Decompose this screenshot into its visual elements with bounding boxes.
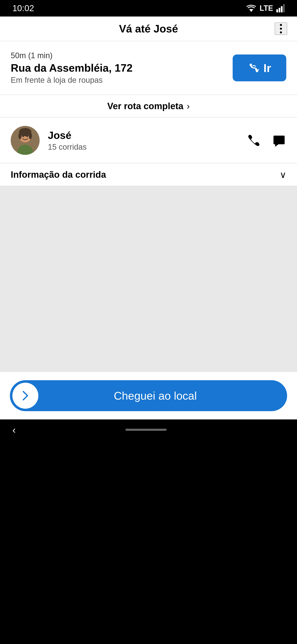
- arrived-button[interactable]: Cheguei ao local: [10, 380, 287, 411]
- driver-info: José 15 corridas: [48, 130, 247, 152]
- svg-point-10: [18, 132, 22, 139]
- go-button[interactable]: Ir: [233, 54, 286, 81]
- chevron-down-icon: ∨: [280, 170, 286, 180]
- bottom-section: Cheguei ao local: [0, 372, 297, 420]
- status-bar: 10:02 LTE: [0, 0, 297, 16]
- call-button[interactable]: [247, 133, 261, 148]
- map-area: [0, 186, 297, 372]
- status-icons: LTE: [246, 4, 285, 12]
- message-button[interactable]: [272, 133, 286, 148]
- status-time: 10:02: [12, 3, 34, 13]
- address-hint: Em frente à loja de roupas: [11, 76, 233, 85]
- street-name: Rua da Assembléia, 172: [11, 62, 233, 74]
- svg-point-5: [250, 64, 252, 66]
- svg-rect-4: [283, 4, 285, 12]
- address-section: 50m (1 min) Rua da Assembléia, 172 Em fr…: [0, 41, 297, 95]
- back-button[interactable]: ‹: [12, 424, 16, 436]
- svg-rect-3: [281, 6, 283, 12]
- go-button-label: Ir: [263, 61, 271, 75]
- driver-section: José 15 corridas: [0, 118, 297, 164]
- arrived-arrow-icon: [12, 383, 38, 409]
- route-link-label: Ver rota completa: [107, 101, 183, 111]
- svg-marker-15: [275, 144, 279, 147]
- route-section[interactable]: Ver rota completa ›: [0, 95, 297, 118]
- header: Vá até José: [0, 16, 297, 41]
- avatar-image: [11, 126, 40, 155]
- lte-indicator: LTE: [260, 4, 273, 12]
- arrived-label: Cheguei ao local: [38, 389, 272, 402]
- wifi-icon: [246, 4, 256, 12]
- address-info: 50m (1 min) Rua da Assembléia, 172 Em fr…: [11, 51, 233, 85]
- svg-rect-2: [279, 8, 280, 12]
- ride-info-section[interactable]: Informação da corrida ∨: [0, 164, 297, 186]
- chevron-right-icon: ›: [187, 101, 190, 111]
- signal-icon: [276, 4, 285, 12]
- distance-time: 50m (1 min): [11, 51, 233, 60]
- driver-avatar: [11, 126, 40, 155]
- phone-icon: [247, 133, 261, 148]
- svg-point-13: [26, 136, 28, 137]
- driver-actions: [247, 133, 286, 148]
- page-title: Vá até José: [119, 22, 178, 35]
- home-indicator: [125, 429, 167, 431]
- arrow-right-icon: [19, 390, 31, 402]
- more-options-button[interactable]: [275, 22, 287, 35]
- driver-name: José: [48, 130, 247, 142]
- svg-rect-14: [274, 136, 285, 144]
- svg-point-12: [22, 136, 24, 137]
- svg-rect-1: [276, 9, 278, 12]
- svg-point-11: [29, 132, 32, 139]
- screen-content: Vá até José 50m (1 min) Rua da Assembléi…: [0, 16, 297, 420]
- route-icon: [248, 62, 260, 74]
- three-dots-icon: [280, 24, 282, 34]
- bottom-nav: ‹: [0, 420, 297, 440]
- driver-rides: 15 corridas: [48, 143, 247, 152]
- chat-icon: [272, 133, 286, 148]
- svg-marker-0: [249, 9, 253, 12]
- ride-info-label: Informação da corrida: [11, 170, 106, 180]
